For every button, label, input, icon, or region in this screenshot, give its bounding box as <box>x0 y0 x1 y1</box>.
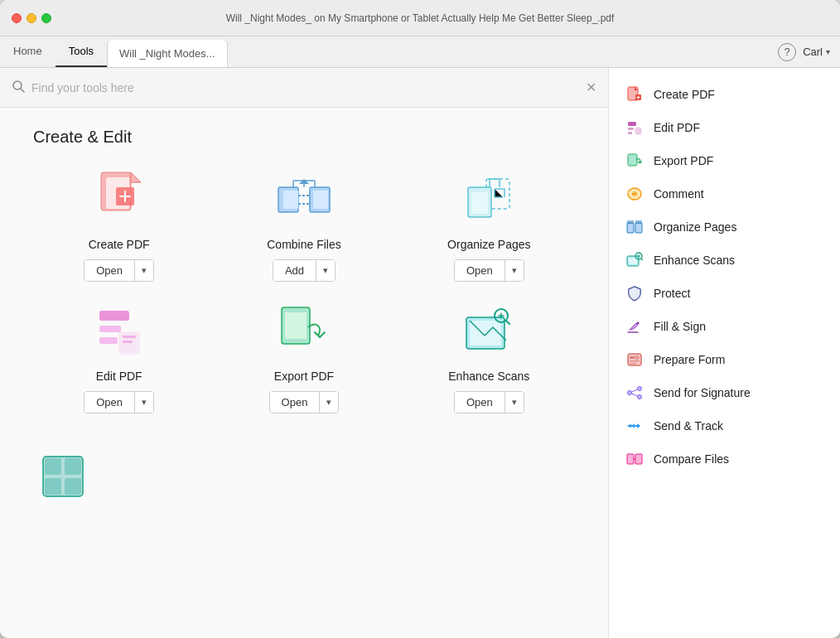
svg-rect-45 <box>628 132 632 134</box>
export-pdf-open-button[interactable]: Open <box>270 392 321 413</box>
svg-rect-27 <box>470 321 501 346</box>
svg-rect-43 <box>628 122 636 126</box>
enhance-scans-dropdown-button[interactable]: ▾ <box>505 392 524 413</box>
create-pdf-dropdown-button[interactable]: ▾ <box>135 260 153 281</box>
sidebar-compare-files-icon <box>625 450 644 468</box>
combine-files-add-button[interactable]: Add <box>273 260 316 281</box>
sidebar-item-edit-pdf[interactable]: Edit PDF <box>609 111 840 144</box>
svg-rect-64 <box>630 360 640 362</box>
sidebar-send-track-label: Send & Track <box>654 419 723 433</box>
svg-marker-6 <box>131 172 141 182</box>
sidebar-item-send-for-signature[interactable]: Send for Signature <box>609 376 840 409</box>
svg-rect-51 <box>627 223 634 233</box>
edit-pdf-dropdown-button[interactable]: ▾ <box>135 392 153 413</box>
svg-rect-52 <box>635 223 642 233</box>
svg-line-31 <box>506 321 509 324</box>
svg-rect-17 <box>471 192 488 214</box>
svg-rect-46 <box>635 128 641 134</box>
close-button[interactable] <box>12 13 22 23</box>
search-bar: ✕ <box>0 68 608 108</box>
create-pdf-action: Open ▾ <box>84 259 154 282</box>
sidebar-comment-icon <box>625 185 644 203</box>
tools-grid-create-edit: Create PDF Open ▾ <box>33 170 575 413</box>
sidebar-item-compare-files[interactable]: Compare Files <box>609 442 840 476</box>
combine-files-dropdown-button[interactable]: ▾ <box>316 260 335 281</box>
svg-marker-73 <box>637 423 640 428</box>
edit-pdf-label: Edit PDF <box>96 370 142 383</box>
svg-rect-18 <box>99 311 129 321</box>
maximize-button[interactable] <box>41 13 51 23</box>
svg-rect-13 <box>313 191 328 209</box>
organize-pages-dropdown-button[interactable]: ▾ <box>505 260 524 281</box>
sidebar-item-enhance-scans[interactable]: Enhance Scans <box>609 244 840 277</box>
user-chevron-icon: ▾ <box>826 47 830 56</box>
user-menu-button[interactable]: Carl ▾ <box>803 46 830 58</box>
svg-rect-44 <box>628 128 634 130</box>
create-pdf-label: Create PDF <box>89 238 150 251</box>
enhance-scans-action: Open ▾ <box>454 391 524 413</box>
search-clear-button[interactable]: ✕ <box>586 80 596 95</box>
organize-pages-open-button[interactable]: Open <box>455 260 505 281</box>
sidebar-prepare-form-icon <box>625 350 644 369</box>
window-title: Will _Night Modes_ on My Smartphone or T… <box>226 12 615 24</box>
sidebar-export-pdf-icon <box>625 152 644 170</box>
svg-rect-76 <box>627 454 634 464</box>
sidebar-item-organize-pages[interactable]: Organize Pages <box>609 210 840 244</box>
svg-rect-11 <box>283 191 298 209</box>
sidebar-item-create-pdf[interactable]: Create PDF <box>609 78 840 111</box>
tab-document[interactable]: Will _Night Modes... <box>107 40 228 67</box>
sidebar-compare-files-label: Compare Files <box>654 452 729 466</box>
rich-media-preview <box>33 440 575 506</box>
minimize-button[interactable] <box>27 13 36 23</box>
sidebar-item-protect[interactable]: Protect <box>609 277 840 310</box>
organize-pages-label: Organize Pages <box>447 238 530 251</box>
edit-pdf-icon <box>89 302 149 361</box>
sidebar-enhance-scans-label: Enhance Scans <box>654 254 735 267</box>
svg-rect-23 <box>123 341 133 343</box>
sidebar-protect-label: Protect <box>654 287 690 300</box>
svg-line-1 <box>21 89 24 92</box>
svg-rect-22 <box>123 336 136 338</box>
app-window: Will _Night Modes_ on My Smartphone or T… <box>0 0 840 638</box>
tool-card-combine-files: Combine Files Add ▾ <box>218 170 389 282</box>
sidebar-create-pdf-icon <box>625 85 644 104</box>
sidebar-protect-icon <box>625 284 644 302</box>
tab-tools[interactable]: Tools <box>56 36 107 67</box>
tool-card-rich-media <box>33 447 93 506</box>
sidebar-item-export-pdf[interactable]: Export PDF <box>609 144 840 177</box>
svg-rect-36 <box>65 478 81 495</box>
svg-rect-35 <box>45 478 61 495</box>
sidebar-item-comment[interactable]: Comment <box>609 177 840 210</box>
help-button[interactable]: ? <box>778 43 796 61</box>
svg-rect-54 <box>635 220 642 224</box>
sidebar-export-pdf-label: Export PDF <box>654 154 713 167</box>
export-pdf-dropdown-button[interactable]: ▾ <box>320 392 338 413</box>
svg-rect-63 <box>630 356 635 359</box>
tab-home[interactable]: Home <box>0 36 56 67</box>
rich-media-icon <box>33 447 93 506</box>
svg-rect-65 <box>630 363 636 365</box>
sidebar-fill-sign-icon <box>625 317 644 336</box>
sidebar-prepare-form-label: Prepare Form <box>654 353 725 366</box>
sidebar-create-pdf-label: Create PDF <box>654 88 715 101</box>
svg-point-69 <box>638 395 642 399</box>
sidebar-item-send-track[interactable]: Send & Track <box>609 409 840 442</box>
svg-rect-77 <box>635 454 642 464</box>
svg-marker-14 <box>299 179 309 184</box>
sidebar: Create PDF Edit PDF <box>608 68 840 638</box>
svg-rect-20 <box>99 337 118 344</box>
combine-files-action: Add ▾ <box>273 259 336 282</box>
sidebar-item-fill-sign[interactable]: Fill & Sign <box>609 310 840 343</box>
search-icon <box>12 80 25 95</box>
svg-rect-34 <box>65 458 81 475</box>
svg-line-70 <box>632 389 638 392</box>
search-input[interactable] <box>31 81 579 94</box>
section-create-edit-title: Create & Edit <box>33 128 575 147</box>
tools-scroll-area[interactable]: Create & Edit <box>0 108 608 638</box>
tab-bar: Home Tools Will _Night Modes... ? Carl ▾ <box>0 36 840 68</box>
sidebar-item-prepare-form[interactable]: Prepare Form <box>609 343 840 376</box>
edit-pdf-open-button[interactable]: Open <box>84 392 135 413</box>
sidebar-send-for-signature-icon <box>625 384 644 402</box>
enhance-scans-open-button[interactable]: Open <box>455 392 505 413</box>
create-pdf-open-button[interactable]: Open <box>84 260 135 281</box>
